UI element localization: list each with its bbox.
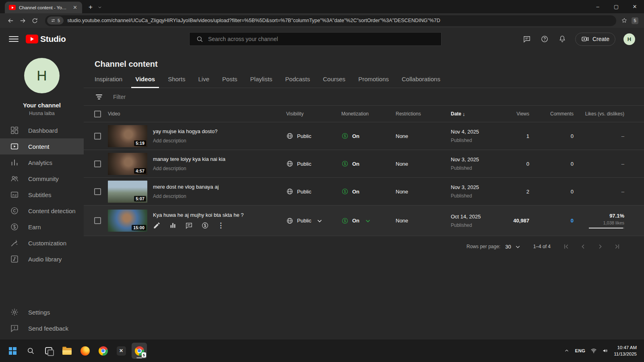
column-likes[interactable]: Likes (vs. dislikes) [574,111,624,117]
bookmark-star-icon[interactable] [621,17,627,24]
language-indicator[interactable]: ENG [575,348,585,353]
visibility-cell[interactable]: Public [286,188,341,195]
sidebar-item-settings[interactable]: Settings [0,304,84,320]
help-icon[interactable] [540,34,549,44]
video-title[interactable]: yay mujse kia hogya dosto? [153,128,217,134]
sidebar-item-content[interactable]: Content [0,138,84,154]
select-all-checkbox[interactable] [94,111,101,117]
tab-posts[interactable]: Posts [216,76,244,88]
menu-icon[interactable] [9,34,19,44]
taskbar-search-button[interactable] [23,343,38,359]
search-icon[interactable] [191,33,208,45]
column-visibility[interactable]: Visibility [286,111,341,117]
monetization-icon[interactable] [201,222,209,229]
video-row-4[interactable]: 15:00 Kya huwa he aj mujhy koi bta skta … [84,206,644,236]
video-row-3[interactable]: 5:07 mere dost ne vlog banaya aj Add des… [84,178,644,206]
row-checkbox[interactable] [94,217,101,224]
channel-avatar[interactable]: H [24,58,60,93]
taskbar-clock[interactable]: 10:47 AM 11/13/2025 [614,344,637,357]
rows-per-page-select[interactable]: 30 [505,243,521,250]
reload-button[interactable] [29,15,40,26]
row-checkbox[interactable] [94,133,101,140]
new-tab-button[interactable]: + [85,2,96,12]
sidebar-item-audio-library[interactable]: Audio library [0,251,84,267]
video-title[interactable]: manay tere loiyy kya kia nai kia [153,156,225,162]
first-page-icon[interactable] [563,243,570,250]
video-thumbnail[interactable]: 5:19 [108,125,147,147]
sidebar-item-customization[interactable]: Customization [0,235,84,251]
column-monetization[interactable]: Monetization [341,111,396,117]
browser-tab[interactable]: Channel content - YouTube Stu ✕ [5,2,82,13]
sidebar-item-analytics[interactable]: Analytics [0,154,84,171]
volume-icon[interactable] [602,348,609,354]
tab-search-chevron-icon[interactable] [96,2,104,12]
tab-videos[interactable]: Videos [129,76,161,88]
sidebar-item-subtitles[interactable]: Subtitles [0,187,84,203]
next-page-icon[interactable] [597,243,604,250]
tab-playlists[interactable]: Playlists [244,76,279,88]
video-thumbnail[interactable]: 4:57 [108,153,147,175]
youtube-studio-logo[interactable]: Studio [26,34,66,44]
sidebar-item-dashboard[interactable]: Dashboard [0,122,84,138]
forward-button[interactable] [17,15,28,26]
column-restrictions[interactable]: Restrictions [396,111,451,117]
tab-podcasts[interactable]: Podcasts [279,76,317,88]
notifications-bell-icon[interactable] [557,34,567,44]
sidebar-item-send-feedback[interactable]: Send feedback [0,320,84,336]
tab-shorts[interactable]: Shorts [161,76,192,88]
hidden-icons-chevron[interactable] [564,348,570,354]
tab-inspiration[interactable]: Inspiration [95,76,129,88]
video-description[interactable]: Add description [153,138,217,144]
column-views[interactable]: Views [503,111,529,117]
chrome-button[interactable] [95,343,111,359]
video-thumbnail[interactable]: 5:07 [108,181,147,203]
visibility-cell[interactable]: Public [286,217,341,224]
active-browser-button[interactable]: 5 [132,343,147,359]
site-info-chip[interactable]: 5 [47,16,64,25]
extensions-badge[interactable]: 5 [632,17,638,24]
wifi-icon[interactable] [590,348,597,354]
tab-promotions[interactable]: Promotions [352,76,395,88]
tab-close-icon[interactable]: ✕ [72,4,78,10]
more-options-icon[interactable]: ⋮ [217,222,224,229]
video-description[interactable]: Add description [153,166,225,171]
search-input[interactable] [208,36,440,42]
chevron-down-icon[interactable] [316,217,323,224]
sidebar-item-content-detection[interactable]: Content detection [0,203,84,219]
video-description[interactable]: Add description [153,193,219,199]
account-avatar[interactable]: H [623,33,635,45]
create-button[interactable]: Create [575,33,615,46]
monetization-cell[interactable]: On [341,132,396,140]
back-button[interactable] [5,15,16,26]
tab-courses[interactable]: Courses [316,76,352,88]
last-page-icon[interactable] [613,243,621,250]
column-date[interactable]: Date↓ [451,111,503,117]
app-button[interactable]: ✕ [114,343,129,359]
sidebar-item-earn[interactable]: Earn [0,219,84,235]
feedback-icon[interactable] [522,34,532,44]
row-checkbox[interactable] [94,188,101,195]
close-button[interactable]: ✕ [625,0,644,13]
visibility-cell[interactable]: Public [286,132,341,140]
monetization-cell[interactable]: On [341,217,396,224]
edit-pencil-icon[interactable] [153,222,161,229]
visibility-cell[interactable]: Public [286,160,341,167]
video-thumbnail[interactable]: 15:00 [108,210,147,232]
minimize-button[interactable]: – [588,0,607,13]
tab-collaborations[interactable]: Collaborations [395,76,447,88]
video-row-1[interactable]: 5:19 yay mujse kia hogya dosto? Add desc… [84,122,644,150]
filter-bar[interactable]: Filter [84,88,644,106]
video-row-2[interactable]: 4:57 manay tere loiyy kya kia nai kia Ad… [84,150,644,178]
video-title[interactable]: Kya huwa he aj mujhy koi bta skta he ? [153,212,244,218]
start-button[interactable] [5,343,20,359]
chevron-down-icon[interactable] [364,217,372,224]
monetization-cell[interactable]: On [341,160,396,167]
tab-live[interactable]: Live [192,76,216,88]
previous-page-icon[interactable] [580,243,587,250]
analytics-icon[interactable] [169,222,177,229]
filter-placeholder[interactable]: Filter [113,94,126,100]
comments-cell[interactable]: 0 [529,218,574,224]
video-title[interactable]: mere dost ne vlog banaya aj [153,184,219,190]
task-view-button[interactable] [41,343,56,359]
sidebar-item-community[interactable]: Community [0,171,84,187]
